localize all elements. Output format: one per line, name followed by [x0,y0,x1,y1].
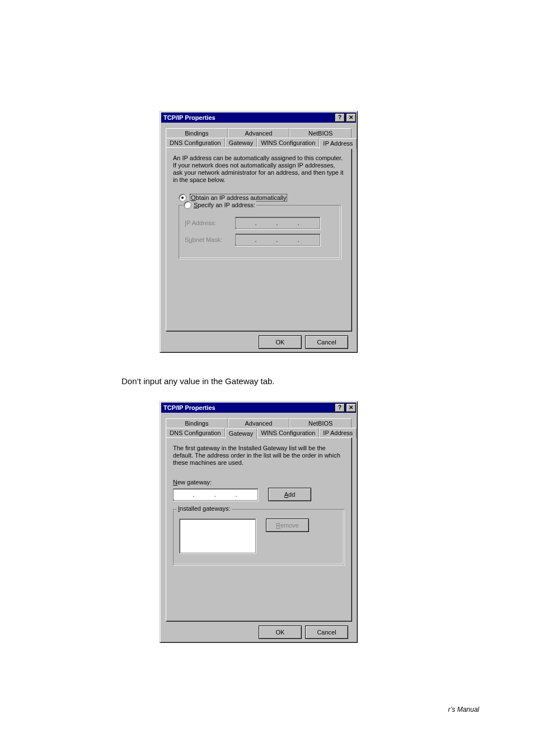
button-row: OK Cancel [166,335,352,349]
specify-group: Specify an IP address: IP Address: . . .… [179,205,341,259]
ok-button[interactable]: OK [259,626,302,639]
tab-gateway[interactable]: Gateway [225,428,257,439]
tab-panel-ip: An IP address can be automatically assig… [166,147,352,331]
title-text: TCP/IP Properties [163,114,216,121]
tab-row-1: Bindings Advanced NetBIOS [166,418,352,428]
help-button[interactable]: ? [335,403,345,412]
ip-address-input: . . . [235,217,320,229]
tab-row-2: DNS Configuration Gateway WINS Configura… [166,427,352,437]
tab-bindings[interactable]: Bindings [166,128,228,138]
ok-button[interactable]: OK [259,335,302,349]
tab-row-2: DNS Configuration Gateway WINS Configura… [166,137,352,147]
radio-specify-row[interactable]: Specify an IP address: [182,201,256,209]
tab-ip-address[interactable]: IP Address [319,138,357,149]
tab-ip-address[interactable]: IP Address [319,428,357,438]
tab-netbios[interactable]: NetBIOS [289,128,352,138]
close-button[interactable]: ✕ [346,403,356,412]
tcpip-properties-dialog-ipaddress: TCP/IP Properties ? ✕ Bindings Advanced … [160,111,358,353]
tab-wins[interactable]: WINS Configuration [257,138,319,148]
radio-obtain-label: Obtain an IP address automatically [190,194,287,202]
add-button[interactable]: Add [268,488,311,501]
instruction-text: Don’t input any value in the Gateway tab… [121,376,275,386]
tab-dns[interactable]: DNS Configuration [166,138,225,148]
radio-specify-label: Specify an IP address: [194,202,255,208]
tab-panel-gateway: The first gateway in the Installed Gatew… [166,437,352,621]
subnet-mask-label: Subnet Mask: [185,236,235,243]
installed-gateways-group: Installed gateways: Remove [173,509,344,565]
installed-gateways-list[interactable] [179,519,256,553]
ip-description: An IP address can be automatically assig… [173,155,344,184]
button-row: OK Cancel [166,626,352,639]
tab-gateway[interactable]: Gateway [225,138,257,148]
tab-advanced[interactable]: Advanced [228,128,290,138]
cancel-button[interactable]: Cancel [305,626,348,639]
help-button[interactable]: ? [335,113,345,122]
titlebar[interactable]: TCP/IP Properties ? ✕ [161,403,356,413]
gateway-description: The first gateway in the Installed Gatew… [173,445,344,466]
tab-dns[interactable]: DNS Configuration [166,428,225,438]
footer-text: r’s Manual [448,706,479,713]
title-text: TCP/IP Properties [163,404,216,411]
ip-address-label: IP Address: [185,220,235,226]
tcpip-properties-dialog-gateway: TCP/IP Properties ? ✕ Bindings Advanced … [160,401,358,643]
tab-advanced[interactable]: Advanced [228,418,290,428]
tab-row-1: Bindings Advanced NetBIOS [166,128,352,138]
new-gateway-label: New gateway: [173,479,344,486]
radio-obtain[interactable] [179,194,186,202]
close-button[interactable]: ✕ [346,113,356,122]
radio-obtain-row[interactable]: Obtain an IP address automatically [179,194,344,202]
remove-button: Remove [266,519,309,532]
titlebar[interactable]: TCP/IP Properties ? ✕ [161,113,356,123]
new-gateway-input[interactable]: . . . [173,488,258,501]
cancel-button[interactable]: Cancel [305,335,348,349]
subnet-mask-input: . . . [235,234,320,246]
radio-specify[interactable] [184,201,191,209]
tab-netbios[interactable]: NetBIOS [289,418,352,428]
tab-bindings[interactable]: Bindings [166,418,228,428]
tab-wins[interactable]: WINS Configuration [257,428,319,438]
installed-gateways-label: Installed gateways: [177,505,232,512]
